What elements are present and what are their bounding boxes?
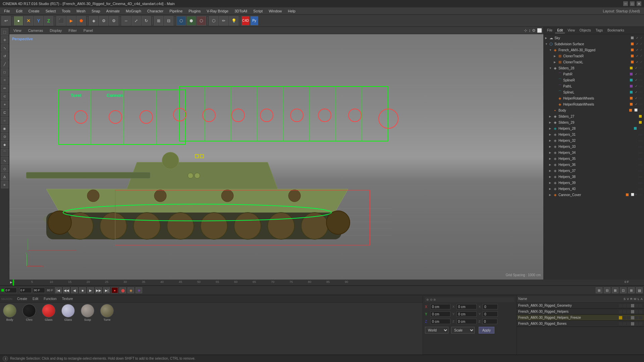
menu-pipeline[interactable]: Pipeline [167,8,185,14]
tree-item-helpers38[interactable]: ▶ ◈ Helpers_38 :::: [544,174,643,180]
render-to-po-button[interactable]: ⬟ [76,16,86,25]
y-axis-button[interactable]: Y [34,16,43,25]
viewport-maximize-button[interactable]: ⊹ [524,28,527,33]
render-region-button[interactable]: ⬛ [56,16,66,25]
key-all-button[interactable]: ◉ [127,287,134,293]
viewport-tab-filter[interactable]: Filter [66,28,79,33]
tree-item-helpers36[interactable]: ▶ ◈ Helpers_36 :::: [544,162,643,168]
name-item-helpers-freeze[interactable]: French_AMX-30_Rigged_Helpers_Freeze [517,315,644,321]
name-item-geometry[interactable]: French_AMX-30_Rigged_Geometry [517,303,644,309]
material-body[interactable]: Body [1,304,18,321]
menu-vray[interactable]: V-Ray Bridge [204,8,231,14]
menu-window[interactable]: Window [266,8,284,14]
material-chrome[interactable]: Chro [21,304,38,321]
hair-guide-tool[interactable]: ∿ [1,157,8,164]
next-key-button[interactable]: ▶▶ [95,287,102,293]
tree-item-sliders27[interactable]: ▶ ◈ Sliders_27 [544,113,643,119]
om-tab-bookmarks[interactable]: Bookmarks [605,28,626,33]
tree-item-sliders29[interactable]: ▶ ◈ Sliders_29 [544,119,643,125]
render-settings-button[interactable]: ⚙ [99,16,108,25]
mat-tab-function[interactable]: Function [42,296,58,301]
y-rot-input[interactable] [483,311,498,317]
tree-item-sky[interactable]: ▶ ☁ Sky ✓ ✓ [544,35,643,41]
stop-button[interactable]: ■ [79,287,86,293]
viewport-tab-display[interactable]: Display [47,28,64,33]
x-pos-input[interactable] [430,304,450,309]
current-frame-left-input[interactable] [5,288,17,293]
menu-animate[interactable]: Animate [104,8,122,14]
tree-item-helper-rotate1[interactable]: ◈ HelperRotateWheels ✓ :::: [544,95,643,101]
name-item-helpers[interactable]: French_AMX-30_Rigged_Helpers [517,309,644,315]
viewport-canvas[interactable]: Turet Cannon [9,34,543,280]
rotate-tool-left[interactable]: ↺ [1,52,8,60]
frame-start-input[interactable] [19,288,32,293]
prev-key-button[interactable]: ◀◀ [63,287,70,293]
timeline-layout-4[interactable]: ⊡ [620,287,627,293]
minimize-button[interactable]: ─ [623,1,628,6]
light-button[interactable]: 💡 [229,16,238,25]
tree-item-helpers28[interactable]: ▶ ◈ Helpers_28 :::: [544,125,643,131]
timeline-layout-3[interactable]: ⊠ [612,287,619,293]
smooth-shift-tool[interactable]: ⋄ [1,101,8,108]
snap-settings-button[interactable]: ⊟ [164,16,173,25]
mat-tab-edit[interactable]: Edit [31,296,40,301]
window-controls[interactable]: ─ □ ✕ [623,1,641,6]
go-end-button[interactable]: ▶| [103,287,110,293]
y-size-input[interactable] [457,311,477,317]
paint-tool[interactable]: ○ [1,117,8,124]
mat-tab-texture[interactable]: Texture [60,296,75,301]
go-start-button[interactable]: |◀ [55,287,62,293]
extrude-tool[interactable]: □ [1,68,8,76]
sculpt-brush-tool[interactable]: ◇ [1,165,8,172]
mode-select[interactable]: Scale Size [451,327,475,334]
tree-item-helpers39[interactable]: ▶ ◈ Helpers_39 :::: [544,180,643,186]
tree-item-helpers31[interactable]: ▶ ◈ Helpers_31 :::: [544,131,643,137]
z-pos-input[interactable] [430,319,450,324]
menu-mograph[interactable]: MoGraph [123,8,144,14]
world-select[interactable]: World Object [425,327,448,334]
x-size-input[interactable] [457,304,477,309]
menu-file[interactable]: File [1,8,13,14]
snap-button[interactable]: ⊞ [154,16,163,25]
viewport-close-button[interactable]: ⬜ [537,28,542,33]
z-rot-input[interactable] [482,319,497,324]
tree-item-pathR[interactable]: ⌒ PathR ✓ :::: [544,71,643,77]
scale-tool-left[interactable]: ⤡ [1,44,8,52]
mat-tab-create[interactable]: Create [15,296,29,301]
menu-mesh[interactable]: Mesh [74,8,88,14]
viewport-settings-button[interactable]: ⚙ [532,28,536,33]
scale-tool-button[interactable]: ⤢ [131,16,141,25]
menu-edit[interactable]: Edit [13,8,25,14]
hair2-button[interactable]: ⬡ [209,16,218,25]
joint-tool[interactable]: ◆ [1,141,8,148]
tree-item-clonerL[interactable]: ▶ ⊞ ClonerTrackL ✓ ✓ [544,59,643,65]
auto-key-button[interactable]: ⬤ [119,287,126,293]
tree-item-helper-rotate2[interactable]: ◈ HelperRotateWheels ✓ :::: [544,101,643,107]
selection-tool-button[interactable]: ⬚ [1,28,8,36]
menu-character[interactable]: Character [145,8,166,14]
tree-item-splineL[interactable]: ⌒ SplineL ✓ :::: [544,89,643,95]
knife-tool[interactable]: ╱ [1,60,8,68]
menu-create[interactable]: Create [26,8,42,14]
om-tab-edit[interactable]: Edit [555,28,565,33]
viewport-tab-view[interactable]: View [11,28,24,33]
record-button[interactable]: ● [111,287,118,293]
key-pos-button[interactable]: ⊕ [136,287,142,293]
brush-tool[interactable]: ◉ [1,125,8,132]
frame-end-input[interactable] [33,288,45,293]
hair-button[interactable]: ⬡ [197,16,206,25]
play-back-button[interactable]: ◀ [71,287,78,293]
material-glass-clear[interactable]: Glass [60,304,76,321]
object-mode-button[interactable]: ✕ [24,16,33,25]
maximize-button[interactable]: □ [630,1,635,6]
close-button[interactable]: ✕ [637,1,641,6]
tree-item-sliders28[interactable]: ▼ ◈ Sliders_28 ✓ :::: [544,65,643,71]
viewport-layout-button[interactable]: ↕ [529,28,531,33]
tree-item-subdiv[interactable]: ▼ ⬡ Subdivision Surface ✓ ✓ [544,41,643,47]
deform-tool[interactable]: ⊏ [1,109,8,116]
material-glass-red[interactable]: Glass [40,304,57,321]
om-tab-view[interactable]: View [566,28,577,33]
viewport-tab-panel[interactable]: Panel [81,28,96,33]
om-tab-tags[interactable]: Tags [594,28,605,33]
edit-render-settings-button[interactable]: ⚙ [109,16,118,25]
